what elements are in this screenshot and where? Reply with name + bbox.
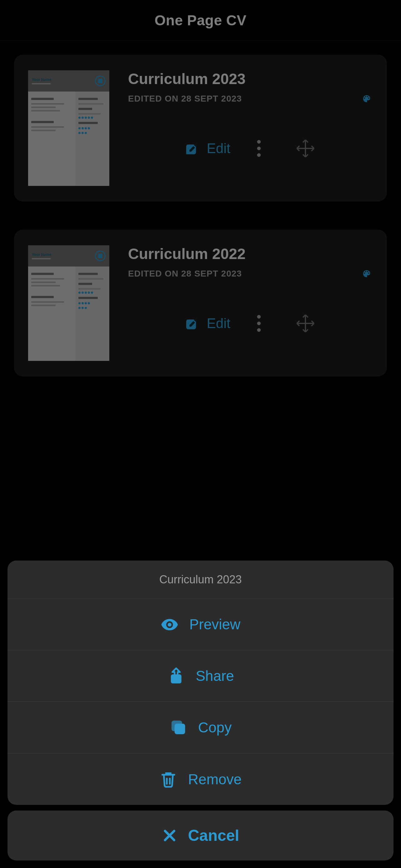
trash-icon: [159, 770, 177, 788]
action-copy[interactable]: Copy: [7, 702, 394, 753]
document-thumbnail[interactable]: Your Name: [28, 70, 109, 186]
action-remove[interactable]: Remove: [7, 753, 394, 805]
edit-button[interactable]: Edit: [184, 316, 231, 331]
svg-point-6: [257, 321, 261, 325]
drag-handle-icon[interactable]: [287, 313, 316, 334]
cancel-label: Cancel: [188, 827, 239, 844]
palette-icon[interactable]: [362, 94, 371, 103]
palette-icon[interactable]: [362, 269, 371, 278]
document-title: Curriculum 2023: [128, 70, 371, 88]
edit-button[interactable]: Edit: [184, 141, 231, 156]
more-options-icon[interactable]: [257, 315, 261, 332]
svg-point-7: [257, 328, 261, 332]
svg-rect-10: [175, 724, 185, 734]
app-header: One Page CV: [0, 0, 401, 41]
action-label: Preview: [189, 616, 240, 633]
edit-icon: [184, 141, 200, 156]
action-label: Copy: [198, 719, 231, 736]
action-sheet-group: Curriculum 2023 Preview Share Copy Remov…: [7, 561, 394, 805]
action-sheet-title: Curriculum 2023: [159, 573, 242, 586]
svg-point-5: [257, 315, 261, 319]
svg-point-2: [257, 147, 261, 150]
edit-label: Edit: [207, 316, 231, 331]
document-list: Your Name: [0, 41, 401, 376]
svg-rect-8: [171, 674, 181, 683]
document-title: Curriculum 2022: [128, 245, 371, 262]
action-cancel[interactable]: Cancel: [7, 810, 394, 861]
close-icon: [162, 828, 177, 843]
action-preview[interactable]: Preview: [7, 599, 394, 650]
app-title: One Page CV: [155, 12, 246, 29]
action-label: Share: [196, 668, 234, 684]
edit-icon: [184, 316, 200, 331]
edit-label: Edit: [207, 141, 231, 156]
document-edited-date: EDITED ON 28 SEPT 2023: [128, 94, 242, 104]
svg-point-1: [257, 140, 261, 144]
eye-icon: [161, 615, 179, 633]
document-thumbnail[interactable]: Your Name: [28, 245, 109, 361]
action-sheet-header: Curriculum 2023: [7, 561, 394, 599]
share-icon: [167, 667, 185, 685]
document-card[interactable]: Your Name: [14, 55, 387, 202]
svg-point-3: [257, 153, 261, 157]
copy-icon: [169, 718, 188, 737]
document-edited-date: EDITED ON 28 SEPT 2023: [128, 269, 242, 279]
action-share[interactable]: Share: [7, 650, 394, 702]
drag-handle-icon[interactable]: [287, 138, 316, 159]
action-label: Remove: [188, 771, 241, 788]
more-options-icon[interactable]: [257, 140, 261, 157]
document-card[interactable]: Your Name: [14, 230, 387, 376]
action-sheet: Curriculum 2023 Preview Share Copy Remov…: [7, 561, 394, 861]
